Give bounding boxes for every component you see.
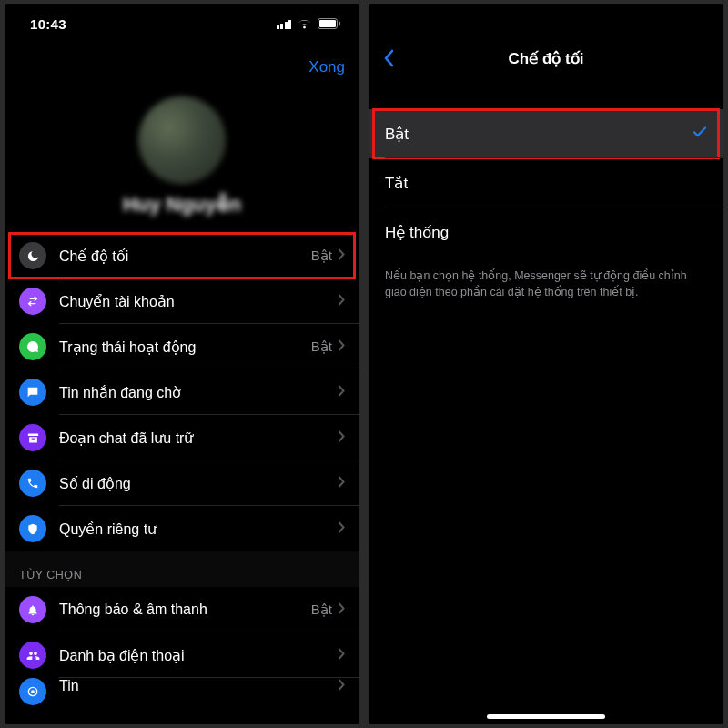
story-icon: [19, 678, 46, 705]
switch-account-icon: [19, 288, 46, 315]
row-active-status[interactable]: Trạng thái hoạt động Bật: [5, 324, 359, 369]
checkmark-icon: [693, 125, 707, 143]
home-indicator: [487, 714, 605, 719]
battery-icon: [318, 18, 341, 29]
row-dark-mode[interactable]: Chế độ tối Bật: [5, 233, 359, 278]
row-notifications[interactable]: Thông báo & âm thanh Bật: [5, 587, 359, 632]
chevron-right-icon: [338, 293, 345, 309]
avatar[interactable]: [138, 96, 226, 184]
profile-name: Huy Nguyễn: [123, 193, 241, 217]
option-label: Tắt: [385, 174, 408, 193]
settings-list: Chế độ tối Bật Chuyển tài khoản: [5, 233, 359, 705]
chevron-right-icon: [338, 678, 345, 694]
row-story[interactable]: Tin: [5, 678, 359, 705]
row-label: Chế độ tối: [59, 248, 311, 265]
row-label: Tin nhắn đang chờ: [59, 384, 338, 401]
nav-title: Chế độ tối: [369, 49, 723, 68]
chevron-right-icon: [338, 475, 345, 491]
moon-icon: [19, 242, 46, 269]
wifi-icon: [297, 18, 312, 29]
row-label: Tin: [59, 678, 338, 694]
option-system[interactable]: Hệ thống: [369, 207, 723, 257]
chevron-right-icon: [338, 339, 345, 355]
chevron-left-icon: [383, 49, 394, 67]
option-label: Hệ thống: [385, 223, 449, 242]
shield-icon: [19, 515, 46, 542]
row-label: Số di động: [59, 475, 338, 492]
nav-bar: Chế độ tối: [369, 35, 723, 82]
message-requests-icon: [19, 379, 46, 406]
svg-rect-1: [319, 20, 336, 27]
row-phone-contacts[interactable]: Danh bạ điện thoại: [5, 632, 359, 678]
option-off[interactable]: Tắt: [369, 158, 723, 207]
active-status-icon: [19, 333, 46, 360]
done-button[interactable]: Xong: [308, 58, 345, 76]
row-label: Đoạn chat đã lưu trữ: [59, 430, 338, 447]
svg-rect-2: [339, 22, 340, 26]
chevron-right-icon: [338, 384, 345, 400]
chevron-right-icon: [338, 521, 345, 537]
footnote: Nếu bạn chọn hệ thống, Messenger sẽ tự đ…: [369, 257, 723, 311]
row-value: Bật: [311, 339, 332, 355]
status-bar: 10:43: [5, 4, 359, 44]
row-label: Danh bạ điện thoại: [59, 647, 338, 664]
row-value: Bật: [311, 248, 332, 264]
option-label: Bật: [385, 125, 409, 144]
chevron-right-icon: [338, 430, 345, 446]
row-label: Chuyển tài khoản: [59, 293, 338, 310]
phone-dark-mode-detail: Chế độ tối Bật Tắt Hệ thống Nếu bạn chọn…: [369, 4, 723, 724]
bell-icon: [19, 596, 46, 623]
back-button[interactable]: [383, 49, 394, 67]
row-message-requests[interactable]: Tin nhắn đang chờ: [5, 369, 359, 415]
row-privacy[interactable]: Quyền riêng tư: [5, 506, 359, 551]
row-label: Quyền riêng tư: [59, 521, 338, 538]
row-label: Thông báo & âm thanh: [59, 602, 311, 618]
phone-icon: [19, 470, 46, 497]
archive-icon: [19, 424, 46, 451]
phone-settings-main: 10:43 Xong Huy Nguyễn: [5, 4, 359, 724]
profile-header: Huy Nguyễn: [5, 91, 359, 233]
section-header-options: TÙY CHỌN: [5, 551, 359, 587]
cellular-icon: [277, 18, 292, 29]
chevron-right-icon: [338, 248, 345, 264]
contacts-icon: [19, 642, 46, 669]
svg-point-4: [31, 690, 35, 693]
chevron-right-icon: [338, 602, 345, 618]
row-archived[interactable]: Đoạn chat đã lưu trữ: [5, 415, 359, 460]
row-mobile-number[interactable]: Số di động: [5, 460, 359, 506]
row-label: Trạng thái hoạt động: [59, 339, 311, 356]
nav-bar: Xong: [5, 44, 359, 91]
status-indicators: [277, 18, 342, 29]
chevron-right-icon: [338, 647, 345, 663]
status-time: 10:43: [30, 16, 66, 32]
row-value: Bật: [311, 602, 332, 618]
row-switch-account[interactable]: Chuyển tài khoản: [5, 278, 359, 324]
option-on[interactable]: Bật: [369, 109, 723, 158]
